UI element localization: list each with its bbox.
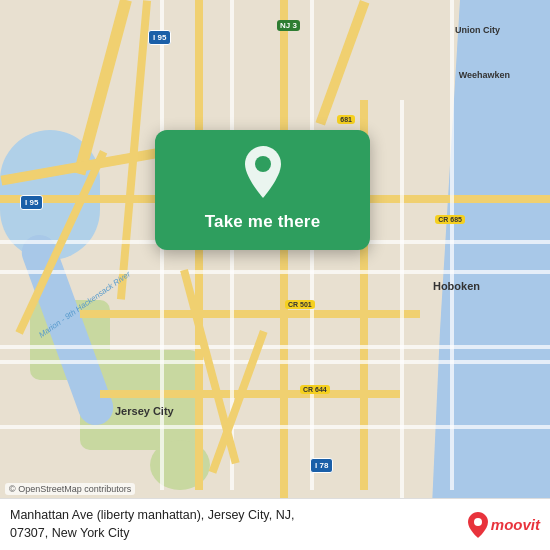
minor-road-2	[0, 270, 550, 274]
cr685-shield: CR 685	[435, 215, 465, 224]
minor-road-3	[0, 345, 550, 349]
i78-shield: I 78	[310, 458, 333, 473]
address-text: Manhattan Ave (liberty manhattan), Jerse…	[10, 507, 457, 542]
address-line2: 07307, New York City	[10, 526, 130, 540]
svg-point-0	[255, 156, 271, 172]
map-container: I 95 I 95 NJ 3 681 CR 685 CR 501 CR 644 …	[0, 0, 550, 550]
cr681-shield: 681	[337, 115, 355, 124]
cr501-shield: CR 501	[285, 300, 315, 309]
minor-road-5	[0, 425, 550, 429]
road-horiz-3	[100, 390, 400, 398]
cr644-shield: CR 644	[300, 385, 330, 394]
address-line1: Manhattan Ave (liberty manhattan), Jerse…	[10, 508, 291, 522]
bottom-bar: Manhattan Ave (liberty manhattan), Jerse…	[0, 498, 550, 550]
location-pin-icon	[241, 146, 285, 198]
i95-shield-top: I 95	[148, 30, 171, 45]
minor-road-v5	[450, 0, 454, 490]
nj3-shield: NJ 3	[277, 20, 300, 31]
minor-road-4	[0, 360, 550, 364]
weehawken-label: Weehawken	[459, 70, 510, 80]
location-popup-card: Take me there	[155, 130, 370, 250]
osm-attribution: © OpenStreetMap contributors	[5, 483, 135, 495]
minor-road-v4	[400, 100, 404, 500]
svg-point-1	[474, 518, 482, 526]
i95-shield-left: I 95	[20, 195, 43, 210]
hoboken-label: Hoboken	[433, 280, 480, 292]
road-horiz-2	[80, 310, 420, 318]
moovit-pin-icon	[467, 512, 489, 538]
road-vert-2	[280, 0, 288, 550]
moovit-text: moovit	[491, 516, 540, 533]
moovit-logo: moovit	[467, 512, 540, 538]
take-me-there-button[interactable]: Take me there	[205, 208, 321, 236]
jersey-city-label: Jersey City	[115, 405, 174, 417]
union-city-label: Union City	[455, 25, 500, 35]
